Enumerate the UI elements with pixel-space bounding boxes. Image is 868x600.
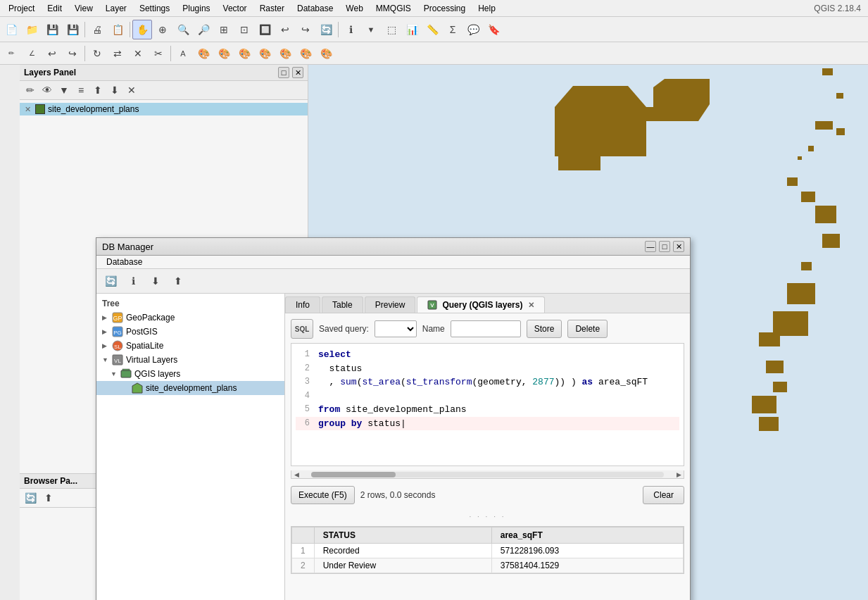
db-manager-menu: Database — [96, 256, 690, 269]
style3-btn[interactable]: 🎨 — [234, 44, 254, 63]
tree-item-postgis[interactable]: ▶ PG PostGIS — [96, 325, 284, 339]
redo-btn[interactable]: ↪ — [63, 44, 82, 63]
save-as-btn[interactable]: 💾 — [63, 20, 82, 39]
style4-btn[interactable]: 🎨 — [255, 44, 275, 63]
map-tips-btn[interactable]: 💬 — [463, 20, 483, 39]
refresh-btn[interactable]: 🔄 — [316, 20, 336, 39]
execute-btn[interactable]: Execute (F5) — [291, 486, 355, 504]
layers-panel-close-btn[interactable]: ✕ — [292, 67, 303, 78]
tab-query-close-btn[interactable]: ✕ — [528, 301, 534, 310]
tree-item-spatialite[interactable]: ▶ SL SpatiaLite — [96, 339, 284, 353]
identify-btn[interactable]: ℹ — [341, 20, 360, 39]
layer-item-site-development[interactable]: ✕ site_development_plans — [20, 103, 308, 115]
db-info-btn[interactable]: ℹ — [123, 271, 143, 291]
tree-item-geopackage[interactable]: ▶ GP GeoPackage — [96, 311, 284, 325]
bookmark-btn[interactable]: 🔖 — [484, 20, 503, 39]
tab-query[interactable]: V Query (QGIS layers) ✕ — [417, 296, 545, 313]
layer-options-btn[interactable]: ≡ — [73, 82, 89, 98]
zoom-layer-btn[interactable]: 🔲 — [255, 20, 275, 39]
menu-edit[interactable]: Edit — [42, 2, 68, 15]
open-project-btn[interactable]: 📁 — [22, 20, 42, 39]
add-layer-small-btn[interactable]: ✏ — [23, 82, 38, 98]
digitize-btn[interactable]: ✏ — [1, 44, 21, 63]
composer-btn[interactable]: 📋 — [108, 20, 127, 39]
sql-editor[interactable]: 1 select 2 status 3 , sum(st_area(st_tra… — [291, 343, 684, 466]
cut-feature-btn[interactable]: ✂ — [149, 44, 168, 63]
layer-close-icon[interactable]: ✕ — [23, 104, 32, 114]
undo-btn[interactable]: ↩ — [42, 44, 62, 63]
menu-web[interactable]: Web — [340, 2, 368, 15]
pan-tool-btn[interactable]: ✋ — [132, 20, 152, 39]
tab-preview[interactable]: Preview — [365, 296, 416, 313]
layer-visible-btn[interactable]: 👁 — [39, 82, 55, 98]
menu-help[interactable]: Help — [472, 2, 501, 15]
zoom-full-btn[interactable]: ⊞ — [214, 20, 234, 39]
db-menu-database[interactable]: Database — [101, 256, 148, 268]
zoom-out-btn[interactable]: 🔎 — [194, 20, 213, 39]
menu-processing[interactable]: Processing — [418, 2, 471, 15]
browser-refresh-btn[interactable]: 🔄 — [23, 490, 38, 506]
delete-btn[interactable]: Delete — [567, 320, 608, 338]
sql-btn[interactable]: SQL — [291, 319, 313, 339]
snap-btn[interactable]: ∠ — [22, 44, 42, 63]
style6-btn[interactable]: 🎨 — [296, 44, 315, 63]
delete-feature-btn[interactable]: ✕ — [128, 44, 148, 63]
saved-query-label: Saved query: — [319, 324, 369, 334]
db-manager-minimize-btn[interactable]: — — [645, 241, 656, 252]
menu-mmqgis[interactable]: MMQGIS — [370, 2, 417, 15]
save-project-btn[interactable]: 💾 — [42, 20, 62, 39]
tree-item-virtual-layers[interactable]: ▼ VL Virtual Layers — [96, 353, 284, 367]
mirror-btn[interactable]: ⇄ — [108, 44, 127, 63]
zoom-selection-btn[interactable]: ⊡ — [234, 20, 254, 39]
style5-btn[interactable]: 🎨 — [275, 44, 295, 63]
tree-item-qgis-layers[interactable]: ▼ QGIS layers — [96, 367, 284, 381]
tab-info[interactable]: Info — [285, 296, 320, 313]
menu-view[interactable]: View — [69, 2, 99, 15]
menu-plugins[interactable]: Plugins — [177, 2, 215, 15]
tab-table[interactable]: Table — [322, 296, 363, 313]
style-btn[interactable]: 🎨 — [194, 44, 213, 63]
tree-item-site-dev[interactable]: site_development_plans — [96, 381, 284, 395]
pan-to-selection-btn[interactable]: ⊕ — [153, 20, 172, 39]
menu-database[interactable]: Database — [291, 2, 339, 15]
scrollbar-left-arrow[interactable]: ◀ — [291, 470, 301, 479]
filter-btn[interactable]: ▼ — [56, 82, 72, 98]
zoom-last-btn[interactable]: ↩ — [275, 20, 295, 39]
zoom-in-btn[interactable]: 🔍 — [173, 20, 193, 39]
db-import-btn[interactable]: ⬇ — [146, 271, 165, 291]
editor-scrollbar[interactable]: ◀ ▶ — [291, 470, 684, 479]
zoom-next-btn[interactable]: ↪ — [296, 20, 315, 39]
select-feature-btn[interactable]: ▼ — [361, 20, 381, 39]
scrollbar-right-arrow[interactable]: ▶ — [674, 470, 684, 479]
db-refresh-btn[interactable]: 🔄 — [101, 271, 120, 291]
db-manager-close-btn[interactable]: ✕ — [673, 241, 684, 252]
menu-raster[interactable]: Raster — [254, 2, 290, 15]
open-attribute-table-btn[interactable]: 📊 — [402, 20, 422, 39]
measure-btn[interactable]: 📏 — [422, 20, 442, 39]
rotate-btn[interactable]: ↻ — [87, 44, 107, 63]
deselect-btn[interactable]: ⬚ — [382, 20, 401, 39]
browser-collapse-btn[interactable]: ⬆ — [41, 490, 56, 506]
query-name-input[interactable] — [451, 320, 521, 337]
store-btn[interactable]: Store — [527, 320, 562, 338]
style7-btn[interactable]: 🎨 — [316, 44, 336, 63]
clear-btn[interactable]: Clear — [643, 486, 684, 504]
scrollbar-thumb[interactable] — [311, 472, 396, 477]
menu-vector[interactable]: Vector — [218, 2, 253, 15]
layer-remove-btn[interactable]: ✕ — [124, 82, 139, 98]
menu-layer[interactable]: Layer — [100, 2, 132, 15]
layer-down-btn[interactable]: ⬇ — [107, 82, 122, 98]
print-btn[interactable]: 🖨 — [87, 20, 107, 39]
layers-panel-restore-btn[interactable]: □ — [278, 67, 289, 78]
style2-btn[interactable]: 🎨 — [214, 44, 234, 63]
saved-query-select[interactable] — [375, 320, 417, 337]
db-export-btn[interactable]: ⬆ — [168, 271, 188, 291]
label-btn[interactable]: A — [173, 44, 193, 63]
layer-options2-btn[interactable]: ⬆ — [90, 82, 106, 98]
db-manager-maximize-btn[interactable]: □ — [659, 241, 670, 252]
menu-project[interactable]: Project — [3, 2, 40, 15]
sql-paren1: ( — [357, 375, 363, 389]
menu-settings[interactable]: Settings — [134, 2, 175, 15]
statistical-summary-btn[interactable]: Σ — [443, 20, 463, 39]
new-project-btn[interactable]: 📄 — [1, 20, 21, 39]
